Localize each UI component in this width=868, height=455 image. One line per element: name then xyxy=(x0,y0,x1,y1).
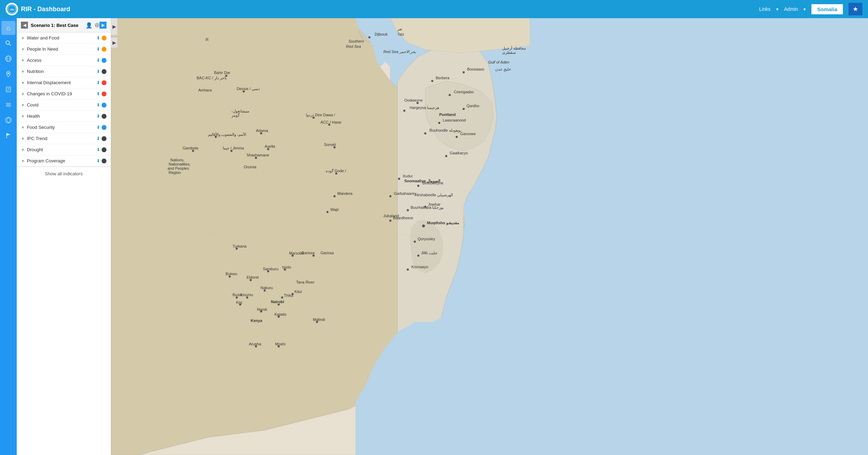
indicator-name: Access xyxy=(27,58,96,63)
indicator-row-food-security[interactable]: ▼ Food Security ⬇ xyxy=(17,122,111,133)
map-container[interactable]: Djibouti Hargeysa هرجيسا Berbera Boosaas… xyxy=(111,18,868,455)
chevron-icon: ▼ xyxy=(21,92,25,96)
svg-point-45 xyxy=(407,269,409,271)
sidebar-item-book[interactable] xyxy=(1,82,15,96)
svg-text:Djibouti: Djibouti xyxy=(375,32,388,36)
download-icon[interactable]: ⬇ xyxy=(96,113,100,119)
svg-point-16 xyxy=(6,117,11,123)
indicator-row-internal-displacement[interactable]: ▼ Internal Displacement ⬇ xyxy=(17,77,111,88)
sidebar-item-pin[interactable] xyxy=(1,67,15,81)
svg-text:Red Sea: Red Sea xyxy=(346,44,361,49)
svg-text:Garoowe: Garoowe xyxy=(460,132,476,136)
indicator-name: Drought xyxy=(27,147,96,152)
sidebar-item-home[interactable]: ⌂ xyxy=(1,21,15,35)
download-icon[interactable]: ⬇ xyxy=(96,46,100,52)
chevron-icon: ▼ xyxy=(21,125,25,130)
svg-text:Amhara: Amhara xyxy=(198,88,212,92)
indicator-name: Changes in COVID-19 xyxy=(27,91,96,96)
svg-point-38 xyxy=(424,132,426,134)
show-all-indicators-button[interactable]: Show all indicators xyxy=(17,167,111,181)
svg-text:BAC-KC / باحر دار: BAC-KC / باحر دار xyxy=(197,76,227,80)
svg-text:Asella: Asella xyxy=(265,144,275,148)
indicator-row-covid[interactable]: ▼ Covid ⬇ xyxy=(17,100,111,111)
svg-text:Jowhar: Jowhar xyxy=(428,202,441,206)
panel-collapse-mid[interactable]: ▶ xyxy=(111,38,117,47)
svg-text:Hirshabeelle الهرشبيلي: Hirshabeelle الهرشبيلي xyxy=(415,193,453,197)
download-icon[interactable]: ⬇ xyxy=(96,125,100,130)
svg-text:Oodweyne: Oodweyne xyxy=(404,98,423,102)
indicator-row-access[interactable]: ▼ Access ⬇ xyxy=(17,55,111,66)
sidebar-item-flag[interactable] xyxy=(1,129,15,142)
svg-text:Bukwo: Bukwo xyxy=(226,272,237,276)
indicator-controls: ⬇ xyxy=(96,58,106,63)
svg-text:Nakuru: Nakuru xyxy=(260,286,273,290)
country-button[interactable]: Somalia xyxy=(811,4,843,14)
sidebar-item-globe[interactable] xyxy=(1,52,15,66)
status-dot xyxy=(102,47,106,52)
indicator-name: Food Security xyxy=(27,125,96,130)
svg-text:Region: Region xyxy=(169,170,181,175)
svg-text:Qoryooley: Qoryooley xyxy=(418,237,435,241)
map-svg: Djibouti Hargeysa هرجيسا Berbera Boosaas… xyxy=(111,18,868,455)
indicator-row-drought[interactable]: ▼ Drought ⬇ xyxy=(17,144,111,155)
download-icon[interactable]: ⬇ xyxy=(96,35,100,41)
indicator-name: Covid xyxy=(27,102,96,108)
status-dot xyxy=(102,80,106,85)
links-menu[interactable]: Links xyxy=(759,6,771,12)
indicator-row-water-and-food[interactable]: ▼ Water and Food ⬇ xyxy=(17,32,111,44)
svg-point-31 xyxy=(449,94,451,96)
svg-point-53 xyxy=(398,178,400,180)
download-icon[interactable]: ⬇ xyxy=(96,147,100,152)
svg-text:خليج عدن: خليج عدن xyxy=(495,67,511,72)
download-icon[interactable]: ⬇ xyxy=(96,91,100,96)
svg-text:Garbahaarey: Garbahaarey xyxy=(394,191,417,196)
sidebar-item-world[interactable] xyxy=(1,113,15,127)
svg-text:Narok: Narok xyxy=(257,307,267,311)
scenario-prev-button[interactable]: ◀ xyxy=(21,22,28,29)
svg-text:الا: الا xyxy=(205,37,208,42)
chevron-icon: ▼ xyxy=(21,81,25,85)
download-icon[interactable]: ⬇ xyxy=(96,158,100,163)
svg-text:گومز‬: گومز‬ xyxy=(231,113,240,118)
svg-text:Taiz: Taiz xyxy=(397,32,404,36)
indicator-controls: ⬇ xyxy=(96,147,106,152)
svg-point-51 xyxy=(389,195,391,197)
svg-text:Puntland: Puntland xyxy=(439,112,456,117)
indicator-controls: ⬇ xyxy=(96,136,106,141)
chevron-icon: ▼ xyxy=(21,159,25,163)
svg-text:Mandera: Mandera xyxy=(337,191,353,196)
sidebar-item-layers[interactable] xyxy=(1,98,15,112)
svg-text:Nationalities,: Nationalities, xyxy=(169,162,191,166)
download-icon[interactable]: ⬇ xyxy=(96,80,100,85)
indicator-row-people-in-need[interactable]: ▼ People In Need ⬇ xyxy=(17,44,111,55)
svg-point-33 xyxy=(463,108,465,110)
indicator-row-changes-in-covid-19[interactable]: ▼ Changes in COVID-19 ⬇ xyxy=(17,88,111,100)
indicator-row-ipc-trend[interactable]: ▼ IPC Trend ⬇ xyxy=(17,133,111,144)
indicator-row-nutrition[interactable]: ▼ Nutrition ⬇ xyxy=(17,66,111,77)
admin-menu[interactable]: Admin xyxy=(784,6,798,12)
navbar-title: RIR - Dashboard xyxy=(21,6,70,13)
download-icon[interactable]: ⬇ xyxy=(96,136,100,141)
svg-text:Red Sea بحر الاحمر: Red Sea بحر الاحمر xyxy=(383,50,416,54)
download-icon[interactable]: ⬇ xyxy=(96,58,100,63)
scenario-next-button[interactable]: ▶ xyxy=(100,22,106,29)
sidebar-item-search[interactable] xyxy=(1,36,15,50)
svg-text:Malindi: Malindi xyxy=(313,317,325,322)
indicator-controls: ⬇ xyxy=(96,91,106,96)
svg-text:Tana River: Tana River xyxy=(296,280,315,284)
svg-text:Moshi: Moshi xyxy=(275,342,285,346)
indicator-name: Nutrition xyxy=(27,69,96,74)
svg-text:Soomaaliya الصومال: Soomaaliya الصومال xyxy=(404,179,440,183)
svg-text:Xudur: Xudur xyxy=(403,174,413,178)
chevron-icon: ▼ xyxy=(21,47,25,51)
download-icon[interactable]: ⬇ xyxy=(96,69,100,74)
indicator-row-health[interactable]: ▼ Health ⬇ xyxy=(17,111,111,122)
indicator-row-program-coverage[interactable]: ▼ Program Coverage ⬇ xyxy=(17,155,111,167)
svg-point-3 xyxy=(6,41,9,44)
download-icon[interactable]: ⬇ xyxy=(96,102,100,108)
svg-text:Buuhoodle بوهودله: Buuhoodle بوهودله xyxy=(429,128,461,133)
svg-text:Kismaayo: Kismaayo xyxy=(411,265,428,269)
star-button[interactable]: ★ xyxy=(848,3,862,15)
chevron-icon: ▼ xyxy=(21,103,25,107)
panel-collapse-top[interactable]: ▶ xyxy=(111,18,117,35)
